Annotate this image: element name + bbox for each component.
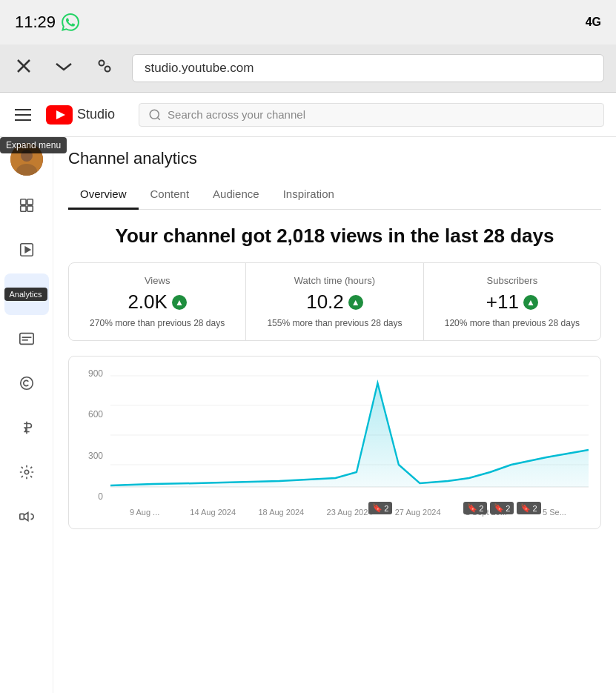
stat-label-subscribers: Subscribers <box>436 275 589 286</box>
svg-rect-14 <box>27 199 32 205</box>
svg-point-3 <box>105 67 110 72</box>
stat-value-watchtime: 10.2 ▲ <box>258 291 411 314</box>
stat-card-watchtime: Watch time (hours) 10.2 ▲ 155% more than… <box>246 263 423 340</box>
stat-value-subscribers: +11 ▲ <box>436 291 589 314</box>
subtitles-icon <box>19 331 35 347</box>
annotation-badge-2: 🔖 2 <box>490 502 514 514</box>
status-bar: 11:29 4G <box>0 0 616 44</box>
stat-change-subscribers: 120% more than previous 28 days <box>436 318 589 328</box>
monetization-icon <box>19 420 35 436</box>
studio-label: Studio <box>77 107 115 122</box>
status-time: 11:29 <box>15 13 79 32</box>
sidebar-item-copyright[interactable] <box>4 362 49 404</box>
expand-tab-button[interactable] <box>50 55 77 82</box>
customization-icon <box>19 464 35 480</box>
search-bar[interactable]: Search across your channel <box>139 103 604 127</box>
network-indicator: 4G <box>586 16 601 29</box>
content-area: Channel analytics Overview Content Audie… <box>53 137 616 693</box>
tab-options-button[interactable] <box>92 53 117 83</box>
top-nav: Studio Search across your channel <box>0 93 616 137</box>
sidebar-item-subtitles[interactable] <box>4 318 49 359</box>
analytics-tooltip: Analytics <box>4 288 47 301</box>
stat-card-views: Views 2.0K ▲ 270% more than previous 28 … <box>69 263 246 340</box>
x-label-1: 14 Aug 2024 <box>179 508 247 517</box>
search-placeholder-text: Search across your channel <box>168 108 305 121</box>
stat-change-views: 270% more than previous 28 days <box>81 318 234 328</box>
svg-point-8 <box>150 110 159 119</box>
views-up-arrow: ▲ <box>172 295 187 310</box>
tab-overview[interactable]: Overview <box>68 180 139 210</box>
app-container: Studio Search across your channel Expand… <box>0 93 616 693</box>
y-label-900: 900 <box>88 368 103 379</box>
tab-content[interactable]: Content <box>139 180 202 210</box>
content-icon <box>19 242 35 258</box>
tab-inspiration[interactable]: Inspiration <box>271 180 346 210</box>
x-label-2: 18 Aug 2024 <box>247 508 315 517</box>
views-headline: Your channel got 2,018 views in the last… <box>68 225 601 248</box>
x-label-4: 27 Aug 2024 <box>384 508 452 517</box>
url-bar[interactable]: studio.youtube.com <box>132 54 604 82</box>
logo-container: Studio <box>46 105 115 125</box>
svg-rect-28 <box>19 514 24 519</box>
sidebar-item-monetization[interactable] <box>4 407 49 448</box>
svg-rect-13 <box>20 199 25 205</box>
sidebar-item-audio[interactable] <box>4 496 49 537</box>
annotation-icon-2: 🔖 <box>494 503 504 513</box>
stats-row: Views 2.0K ▲ 270% more than previous 28 … <box>68 262 601 341</box>
youtube-logo-icon <box>46 105 73 125</box>
dashboard-icon <box>19 197 35 213</box>
main-layout: Expand menu <box>0 137 616 693</box>
svg-point-27 <box>24 470 29 474</box>
svg-marker-18 <box>25 247 30 252</box>
svg-line-9 <box>158 117 160 119</box>
y-label-300: 300 <box>88 451 103 461</box>
chart-y-axis: 900 600 300 0 <box>81 368 110 517</box>
chart-svg <box>110 368 589 502</box>
svg-point-25 <box>20 377 33 390</box>
sidebar-item-customization[interactable] <box>4 451 49 493</box>
url-text: studio.youtube.com <box>145 61 254 75</box>
y-label-600: 600 <box>88 409 103 420</box>
search-icon <box>148 108 162 122</box>
tab-audience[interactable]: Audience <box>201 180 271 210</box>
annotation-icon-0: 🔖 <box>372 503 382 513</box>
chart-area: 900 600 300 0 <box>81 368 589 517</box>
x-label-0: 9 Aug ... <box>110 508 179 517</box>
y-label-0: 0 <box>98 491 103 502</box>
expand-menu-tooltip: Expand menu <box>0 137 67 153</box>
sidebar-item-analytics[interactable]: Analytics <box>4 273 49 315</box>
watchtime-up-arrow: ▲ <box>348 295 363 310</box>
page-title: Channel analytics <box>68 149 601 168</box>
time-display: 11:29 <box>15 13 56 32</box>
browser-chrome: studio.youtube.com <box>0 44 616 93</box>
subscribers-up-arrow: ▲ <box>523 295 538 310</box>
svg-rect-22 <box>19 334 33 345</box>
sidebar-item-dashboard[interactable] <box>4 185 49 226</box>
annotation-badge-1: 🔖 2 <box>463 502 487 514</box>
annotation-icon-3: 🔖 <box>520 503 531 513</box>
svg-rect-15 <box>20 206 25 211</box>
svg-point-2 <box>99 61 105 66</box>
tabs: Overview Content Audience Inspiration <box>68 180 601 210</box>
chart-container: 900 600 300 0 <box>68 356 601 529</box>
close-tab-button[interactable] <box>12 54 36 82</box>
audio-icon <box>19 508 35 525</box>
annotation-icon-1: 🔖 <box>467 503 477 513</box>
stat-change-watchtime: 155% more than previous 28 days <box>258 318 411 328</box>
stat-value-views: 2.0K ▲ <box>81 291 234 314</box>
stat-label-watchtime: Watch time (hours) <box>258 275 411 286</box>
annotation-badge-3: 🔖 2 <box>517 502 540 514</box>
whatsapp-icon <box>62 13 79 31</box>
stat-card-subscribers: Subscribers +11 ▲ 120% more than previou… <box>424 263 600 340</box>
sidebar: Expand menu <box>0 137 53 693</box>
sidebar-item-content[interactable] <box>4 229 49 271</box>
annotation-badge-0: 🔖 2 <box>368 502 392 514</box>
copyright-icon <box>19 375 35 391</box>
hamburger-button[interactable] <box>12 106 34 124</box>
svg-rect-16 <box>27 206 32 211</box>
stat-label-views: Views <box>81 275 234 286</box>
chart-body: 9 Aug ... 14 Aug 2024 18 Aug 2024 23 Aug… <box>110 368 589 517</box>
